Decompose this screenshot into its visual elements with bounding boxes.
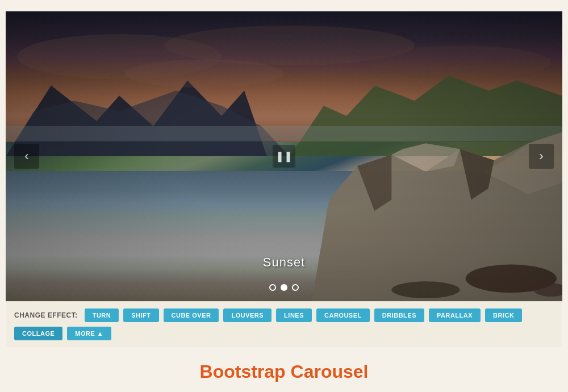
indicator-0[interactable] <box>269 284 276 291</box>
carousel-indicators <box>269 284 299 291</box>
effect-carousel-button[interactable]: CAROUSEL <box>316 308 370 322</box>
svg-point-15 <box>125 60 284 88</box>
carousel-pause-button[interactable]: ❚❚ <box>273 145 295 168</box>
title-section: Bootstrap Carousel <box>6 347 562 391</box>
indicator-1[interactable] <box>281 284 287 291</box>
effect-lines-button[interactable]: LINES <box>276 308 312 322</box>
effect-louvers-button[interactable]: LOUVERS <box>223 308 272 322</box>
effect-brick-button[interactable]: BRICK <box>485 308 522 322</box>
carousel-prev-button[interactable]: ‹ <box>14 144 39 169</box>
carousel-caption-text: Sunset <box>263 255 306 270</box>
effect-collage-button[interactable]: COLLAGE <box>14 327 62 340</box>
effects-bar: CHANGE EFFECT: TURN SHIFT CUBE OVER LOUV… <box>6 301 562 347</box>
indicator-2[interactable] <box>292 284 299 291</box>
effect-cube-over-button[interactable]: CUBE OVER <box>164 308 219 322</box>
effect-parallax-button[interactable]: PARALLAX <box>429 308 481 322</box>
effect-dribbles-button[interactable]: DRIBBLES <box>374 308 424 322</box>
effect-turn-button[interactable]: TURN <box>85 308 119 322</box>
carousel-next-button[interactable]: › <box>529 144 554 169</box>
page-wrapper: ‹ ❚❚ › Sunset CHANGE EFFECT: TURN SHIFT … <box>6 11 562 391</box>
effect-more-button[interactable]: MORE ▲ <box>67 327 111 340</box>
svg-point-14 <box>369 45 551 80</box>
effects-label: CHANGE EFFECT: <box>14 311 78 319</box>
effect-shift-button[interactable]: SHIFT <box>123 308 158 322</box>
carousel: ‹ ❚❚ › Sunset <box>6 11 562 301</box>
carousel-caption: Sunset <box>263 255 306 276</box>
main-title: Bootstrap Carousel <box>6 361 562 382</box>
